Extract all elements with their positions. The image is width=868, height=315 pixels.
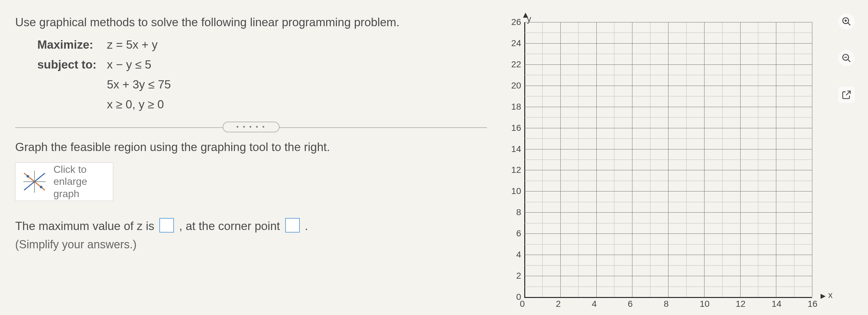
y-tick-label: 8 — [505, 207, 521, 217]
x-axis-label: x — [828, 290, 833, 300]
enlarge-line-3: graph — [54, 188, 87, 200]
x-tick-label: 4 — [592, 299, 597, 309]
zoom-out-icon[interactable] — [838, 49, 855, 67]
y-tick-label: 22 — [505, 59, 521, 70]
svg-line-15 — [846, 91, 850, 95]
y-tick-label: 26 — [505, 17, 521, 27]
y-tick-label: 4 — [505, 250, 521, 260]
answer-input-zvalue[interactable] — [159, 218, 174, 233]
zoom-in-icon[interactable] — [838, 13, 855, 30]
graph-instruction: Graph the feasible region using the grap… — [15, 137, 487, 157]
y-tick-label: 6 — [505, 229, 521, 239]
y-tick-label: 18 — [505, 102, 521, 112]
answer-hint: (Simplify your answers.) — [15, 238, 487, 251]
constraint-2: 5x + 3y ≤ 75 — [107, 75, 171, 95]
subject-to-label: subject to: — [37, 55, 107, 75]
math-constraints: Maximize: z = 5x + y subject to: x − y ≤… — [15, 35, 487, 115]
enlarge-line-1: Click to — [54, 163, 87, 175]
y-tick-label: 12 — [505, 165, 521, 175]
graphing-tool[interactable]: y x 02468101214161820222426 024681012141… — [505, 13, 823, 303]
x-tick-label: 2 — [556, 299, 561, 309]
maximize-expression: z = 5x + y — [107, 35, 157, 55]
x-tick-label: 0 — [520, 299, 525, 309]
problem-prompt: Use graphical methods to solve the follo… — [15, 13, 487, 32]
answer-input-point[interactable] — [285, 218, 300, 233]
svg-line-13 — [848, 59, 850, 62]
enlarge-graph-button[interactable]: Click to enlarge graph — [15, 163, 113, 201]
y-tick-label: 14 — [505, 144, 521, 154]
y-tick-label: 16 — [505, 123, 521, 133]
svg-marker-7 — [820, 294, 826, 299]
answer-text-2: , at the corner point — [179, 219, 283, 233]
x-tick-label: 16 — [808, 299, 817, 309]
x-tick-label: 12 — [736, 299, 746, 309]
svg-line-9 — [848, 23, 850, 25]
svg-point-5 — [40, 186, 42, 188]
x-tick-label: 6 — [628, 299, 633, 309]
y-tick-label: 20 — [505, 80, 521, 91]
y-tick-label: 2 — [505, 271, 521, 281]
constraint-1: x − y ≤ 5 — [107, 55, 152, 75]
maximize-label: Maximize: — [37, 35, 107, 55]
answer-text-3: . — [305, 219, 308, 233]
answer-sentence: The maximum value of z is , at the corne… — [15, 217, 487, 235]
x-tick-label: 10 — [700, 299, 710, 309]
x-tick-label: 14 — [772, 299, 781, 309]
answer-text-1: The maximum value of z is — [15, 219, 157, 233]
expand-pill-button[interactable]: • • • • • — [223, 121, 280, 132]
open-in-new-icon[interactable] — [838, 86, 855, 104]
y-tick-label: 24 — [505, 38, 521, 48]
y-tick-label: 10 — [505, 186, 521, 196]
svg-point-4 — [27, 175, 29, 178]
y-tick-label: 0 — [505, 292, 521, 302]
enlarge-line-2: enlarge — [54, 175, 87, 187]
enlarge-graph-icon — [16, 163, 54, 201]
svg-marker-6 — [523, 13, 528, 18]
constraint-3: x ≥ 0, y ≥ 0 — [107, 95, 164, 115]
x-tick-label: 8 — [664, 299, 669, 309]
